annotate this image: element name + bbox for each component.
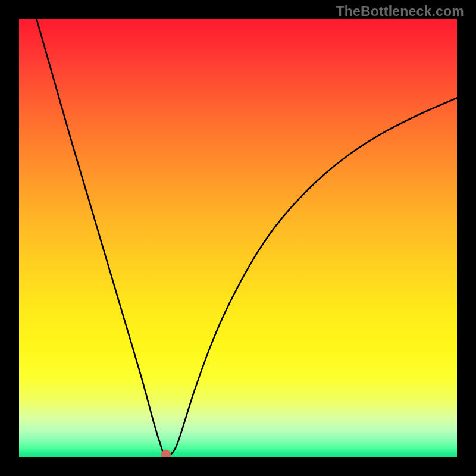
- watermark-text: TheBottleneck.com: [336, 4, 464, 20]
- bottleneck-curve: [19, 19, 457, 457]
- plot-area: [19, 19, 457, 457]
- optimum-marker: [161, 450, 171, 457]
- chart-frame: TheBottleneck.com: [0, 0, 476, 476]
